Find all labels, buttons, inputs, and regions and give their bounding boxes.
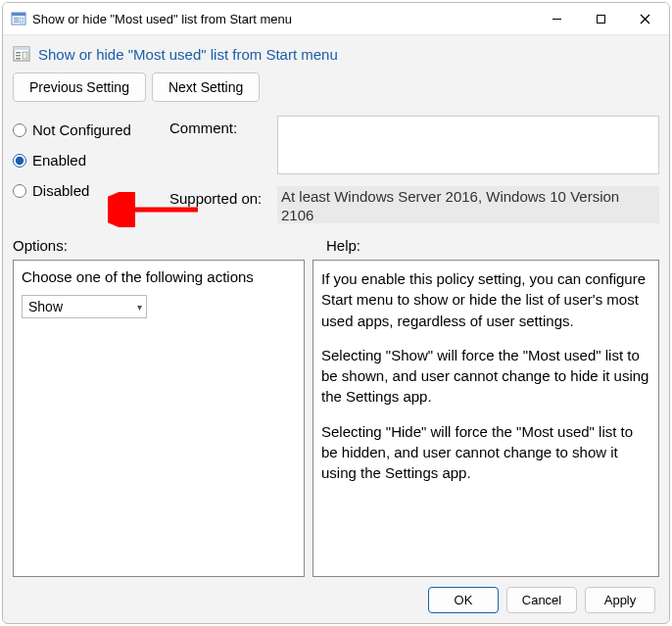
- titlebar: Show or hide "Most used" list from Start…: [3, 3, 669, 35]
- supported-on-label: Supported on:: [169, 186, 277, 223]
- radio-enabled[interactable]: Enabled: [13, 152, 169, 169]
- radio-enabled-input[interactable]: [13, 154, 26, 168]
- help-text-3: Selecting "Hide" will force the "Most us…: [321, 421, 650, 484]
- help-text-2: Selecting "Show" will force the "Most us…: [321, 345, 650, 408]
- state-radio-group: Not Configured Enabled Disabled: [13, 116, 169, 223]
- svg-rect-11: [14, 47, 29, 50]
- apply-button[interactable]: Apply: [585, 587, 655, 613]
- radio-enabled-label: Enabled: [32, 152, 86, 169]
- svg-rect-3: [14, 20, 19, 21]
- options-header: Options:: [13, 237, 305, 254]
- action-dropdown-value: Show: [28, 299, 63, 314]
- ok-button[interactable]: OK: [428, 587, 499, 613]
- radio-disabled-label: Disabled: [32, 182, 89, 199]
- help-panel: If you enable this policy setting, you c…: [312, 260, 659, 577]
- radio-disabled[interactable]: Disabled: [13, 182, 169, 199]
- dialog-window: Show or hide "Most used" list from Start…: [2, 2, 670, 624]
- policy-header: Show or hide "Most used" list from Start…: [13, 41, 659, 72]
- svg-rect-12: [16, 52, 21, 54]
- svg-rect-13: [16, 55, 21, 57]
- comment-label: Comment:: [169, 116, 277, 174]
- supported-on-value: At least Windows Server 2016, Windows 10…: [277, 186, 659, 223]
- options-panel: Choose one of the following actions Show…: [13, 260, 305, 577]
- radio-disabled-input[interactable]: [13, 184, 26, 198]
- dialog-content: Show or hide "Most used" list from Start…: [3, 35, 669, 623]
- radio-not-configured[interactable]: Not Configured: [13, 121, 169, 138]
- svg-rect-7: [598, 15, 605, 23]
- maximize-button[interactable]: [579, 4, 623, 33]
- close-button[interactable]: [623, 4, 667, 33]
- panels-header: Options: Help:: [13, 237, 659, 254]
- dialog-footer: OK Cancel Apply: [13, 577, 659, 615]
- radio-not-configured-input[interactable]: [13, 123, 26, 137]
- policy-icon: [13, 45, 30, 63]
- svg-rect-1: [12, 13, 25, 16]
- previous-setting-button[interactable]: Previous Setting: [13, 72, 146, 102]
- policy-title: Show or hide "Most used" list from Start…: [38, 46, 338, 63]
- svg-rect-14: [16, 58, 21, 60]
- chevron-down-icon: ▾: [137, 302, 142, 313]
- help-text-1: If you enable this policy setting, you c…: [321, 268, 650, 331]
- svg-rect-4: [14, 22, 19, 23]
- minimize-button[interactable]: [535, 4, 579, 33]
- comment-textarea[interactable]: [277, 116, 659, 174]
- nav-buttons: Previous Setting Next Setting: [13, 72, 659, 102]
- next-setting-button[interactable]: Next Setting: [152, 72, 260, 102]
- help-header: Help:: [312, 237, 659, 254]
- titlebar-title: Show or hide "Most used" list from Start…: [32, 12, 535, 26]
- titlebar-controls: [535, 4, 667, 33]
- panels: Choose one of the following actions Show…: [13, 260, 659, 577]
- svg-rect-15: [23, 52, 27, 59]
- cancel-button[interactable]: Cancel: [506, 587, 577, 613]
- radio-not-configured-label: Not Configured: [32, 121, 131, 138]
- app-icon: [11, 11, 26, 26]
- svg-rect-2: [14, 18, 19, 19]
- svg-rect-5: [20, 18, 24, 23]
- state-area: Not Configured Enabled Disabled Comment:…: [13, 116, 659, 223]
- action-dropdown[interactable]: Show ▾: [22, 295, 147, 318]
- options-action-label: Choose one of the following actions: [22, 268, 296, 285]
